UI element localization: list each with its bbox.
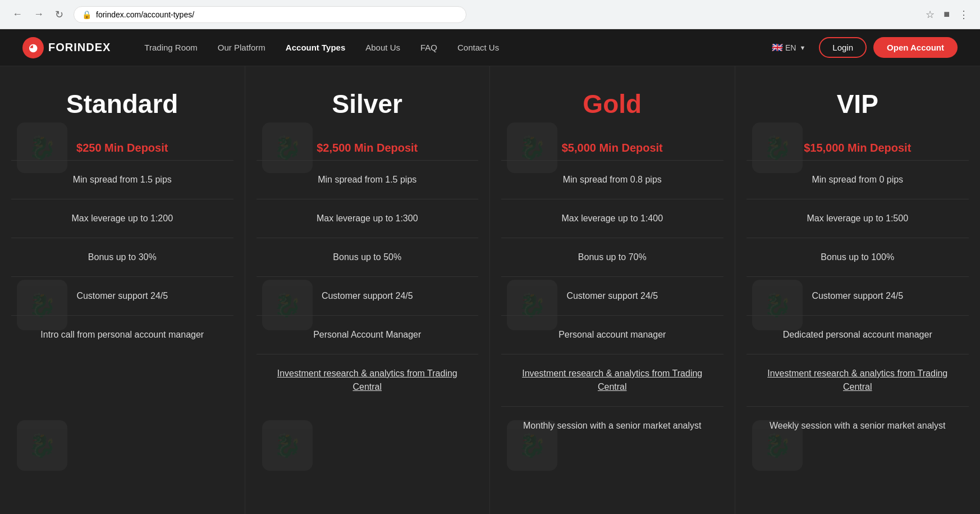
feature-item-vip-0: Min spread from 0 pips: [747, 160, 969, 199]
card-title-vip: VIP: [747, 89, 969, 119]
flag-icon: 🇬🇧: [772, 42, 783, 53]
main-content: 🐉🐉🐉Standard$250 Min DepositMin spread fr…: [0, 66, 980, 514]
chevron-down-icon: ▼: [799, 44, 805, 51]
card-features-gold: Min spread from 0.8 pipsMax leverage up …: [490, 160, 735, 514]
navbar: ◕ FORINDEX Trading Room Our Platform Acc…: [0, 29, 980, 66]
browser-chrome: ← → ↻ 🔒 ☆ ■ ⋮: [0, 0, 980, 29]
feature-item-silver-1: Max leverage up to 1:300: [257, 199, 479, 238]
feature-item-silver-3: Customer support 24/5: [257, 276, 479, 315]
card-features-standard: Min spread from 1.5 pipsMax leverage up …: [0, 160, 245, 514]
card-header-silver: Silver: [245, 66, 490, 130]
feature-item-vip-2: Bonus up to 100%: [747, 238, 969, 276]
card-deposit-gold: $5,000 Min Deposit: [562, 142, 663, 154]
browser-actions: ☆ ■ ⋮: [923, 6, 971, 23]
logo[interactable]: ◕ FORINDEX: [22, 37, 111, 58]
feature-item-gold-3: Customer support 24/5: [501, 276, 723, 315]
feature-item-vip-4: Dedicated personal account manager: [747, 315, 969, 354]
language-label: EN: [785, 43, 796, 52]
feature-item-vip-5: Investment research & analytics from Tra…: [747, 354, 969, 406]
nav-trading-room[interactable]: Trading Room: [144, 43, 197, 52]
extensions-icon[interactable]: ■: [941, 6, 952, 22]
card-deposit-silver: $2,500 Min Deposit: [317, 142, 418, 154]
browser-navigation: ← → ↻: [9, 6, 67, 23]
url-bar[interactable]: 🔒: [74, 6, 466, 23]
feature-item-vip-6: Weekly session with a senior market anal…: [747, 406, 969, 445]
nav-our-platform[interactable]: Our Platform: [218, 43, 265, 52]
card-header-vip: VIP: [735, 66, 981, 130]
account-card-standard: 🐉🐉🐉Standard$250 Min DepositMin spread fr…: [0, 66, 245, 514]
feature-item-gold-0: Min spread from 0.8 pips: [501, 160, 723, 199]
back-button[interactable]: ←: [9, 6, 26, 22]
account-card-vip: 🐉🐉🐉VIP$15,000 Min DepositMin spread from…: [735, 66, 981, 514]
feature-link-vip-5[interactable]: Investment research & analytics from Tra…: [767, 369, 947, 392]
feature-item-standard-4: Intro call from personal account manager: [11, 315, 233, 354]
account-card-silver: 🐉🐉🐉Silver$2,500 Min DepositMin spread fr…: [245, 66, 491, 514]
card-title-gold: Gold: [501, 89, 723, 119]
logo-icon: ◕: [22, 37, 44, 58]
card-header-standard: Standard: [0, 66, 245, 130]
feature-item-gold-1: Max leverage up to 1:400: [501, 199, 723, 238]
feature-link-silver-5[interactable]: Investment research & analytics from Tra…: [277, 369, 457, 392]
open-account-button[interactable]: Open Account: [873, 37, 958, 58]
feature-item-standard-1: Max leverage up to 1:200: [11, 199, 233, 238]
forward-button[interactable]: →: [30, 6, 47, 22]
card-features-vip: Min spread from 0 pipsMax leverage up to…: [735, 160, 981, 514]
account-card-gold: 🐉🐉🐉Gold$5,000 Min DepositMin spread from…: [490, 66, 735, 514]
url-input[interactable]: [96, 10, 458, 19]
nav-contact-us[interactable]: Contact Us: [457, 43, 499, 52]
card-deposit-vip: $15,000 Min Deposit: [804, 142, 911, 154]
feature-item-gold-4: Personal account manager: [501, 315, 723, 354]
feature-item-vip-1: Max leverage up to 1:500: [747, 199, 969, 238]
card-deposit-standard: $250 Min Deposit: [76, 142, 168, 154]
card-title-standard: Standard: [11, 89, 233, 119]
account-cards-grid: 🐉🐉🐉Standard$250 Min DepositMin spread fr…: [0, 66, 980, 514]
feature-item-standard-3: Customer support 24/5: [11, 276, 233, 315]
nav-faq[interactable]: FAQ: [420, 43, 437, 52]
feature-item-silver-5: Investment research & analytics from Tra…: [257, 354, 479, 406]
refresh-button[interactable]: ↻: [52, 6, 67, 23]
card-features-silver: Min spread from 1.5 pipsMax leverage up …: [245, 160, 490, 514]
login-button[interactable]: Login: [819, 37, 867, 58]
feature-item-gold-5: Investment research & analytics from Tra…: [501, 354, 723, 406]
feature-item-silver-0: Min spread from 1.5 pips: [257, 160, 479, 199]
card-header-gold: Gold: [490, 66, 735, 130]
feature-item-gold-2: Bonus up to 70%: [501, 238, 723, 276]
language-selector[interactable]: 🇬🇧 EN ▼: [772, 42, 805, 53]
url-security-icon: 🔒: [82, 10, 91, 19]
feature-item-standard-2: Bonus up to 30%: [11, 238, 233, 276]
feature-item-silver-2: Bonus up to 50%: [257, 238, 479, 276]
feature-item-standard-0: Min spread from 1.5 pips: [11, 160, 233, 199]
nav-links: Trading Room Our Platform Account Types …: [144, 43, 772, 52]
feature-item-silver-4: Personal Account Manager: [257, 315, 479, 354]
bookmark-icon[interactable]: ☆: [923, 6, 937, 23]
feature-item-gold-6: Monthly session with a senior market ana…: [501, 406, 723, 445]
nav-about-us[interactable]: About Us: [365, 43, 400, 52]
nav-buttons: Login Open Account: [819, 37, 958, 58]
feature-item-vip-3: Customer support 24/5: [747, 276, 969, 315]
card-title-silver: Silver: [257, 89, 479, 119]
menu-icon[interactable]: ⋮: [956, 6, 971, 23]
logo-text: FORINDEX: [48, 41, 111, 54]
nav-account-types[interactable]: Account Types: [286, 43, 345, 52]
feature-link-gold-5[interactable]: Investment research & analytics from Tra…: [522, 369, 702, 392]
